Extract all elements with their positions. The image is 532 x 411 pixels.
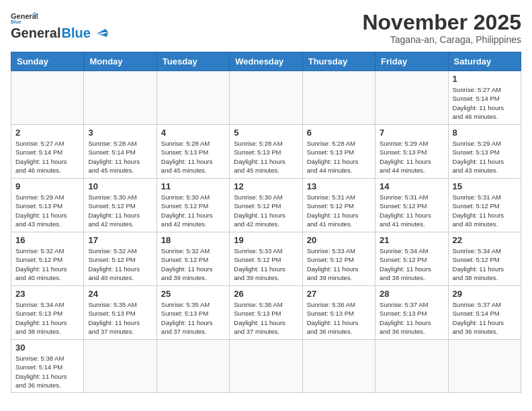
calendar-day-cell: 20Sunrise: 5:33 AM Sunset: 5:12 PM Dayli… [302, 232, 375, 286]
day-number: 13 [307, 181, 371, 191]
day-info: Sunrise: 5:29 AM Sunset: 5:13 PM Dayligh… [15, 193, 79, 228]
calendar-day-cell: 10Sunrise: 5:30 AM Sunset: 5:12 PM Dayli… [84, 179, 157, 232]
day-info: Sunrise: 5:37 AM Sunset: 5:13 PM Dayligh… [380, 300, 443, 336]
calendar-week-row: 23Sunrise: 5:34 AM Sunset: 5:13 PM Dayli… [11, 286, 521, 340]
day-info: Sunrise: 5:33 AM Sunset: 5:12 PM Dayligh… [307, 246, 371, 282]
day-number: 30 [15, 342, 79, 353]
day-info: Sunrise: 5:28 AM Sunset: 5:13 PM Dayligh… [161, 139, 225, 175]
calendar-day-cell [84, 71, 157, 125]
day-number: 24 [88, 289, 152, 299]
day-info: Sunrise: 5:34 AM Sunset: 5:12 PM Dayligh… [380, 246, 443, 282]
day-info: Sunrise: 5:27 AM Sunset: 5:14 PM Dayligh… [15, 139, 79, 175]
day-number: 16 [15, 235, 79, 245]
day-info: Sunrise: 5:32 AM Sunset: 5:12 PM Dayligh… [161, 246, 225, 282]
calendar-day-cell [375, 340, 448, 393]
day-number: 4 [161, 128, 225, 138]
day-of-week-header: Thursday [302, 52, 375, 71]
day-number: 8 [453, 128, 517, 138]
day-info: Sunrise: 5:35 AM Sunset: 5:13 PM Dayligh… [88, 300, 152, 336]
calendar-week-row: 9Sunrise: 5:29 AM Sunset: 5:13 PM Daylig… [11, 179, 521, 232]
location: Tagana-an, Caraga, Philippines [362, 34, 521, 45]
day-number: 7 [380, 128, 443, 138]
calendar-week-row: 30Sunrise: 5:38 AM Sunset: 5:14 PM Dayli… [11, 340, 521, 393]
day-info: Sunrise: 5:31 AM Sunset: 5:12 PM Dayligh… [453, 193, 517, 228]
day-number: 6 [307, 128, 371, 138]
day-number: 21 [380, 235, 443, 245]
logo-icon: General Blue [11, 11, 38, 24]
day-info: Sunrise: 5:27 AM Sunset: 5:14 PM Dayligh… [453, 85, 517, 121]
day-number: 20 [307, 235, 371, 245]
day-info: Sunrise: 5:37 AM Sunset: 5:14 PM Dayligh… [453, 300, 517, 336]
svg-text:Blue: Blue [11, 19, 21, 24]
day-number: 19 [234, 235, 298, 245]
day-info: Sunrise: 5:38 AM Sunset: 5:14 PM Dayligh… [15, 354, 79, 390]
day-number: 14 [380, 181, 443, 191]
day-number: 26 [234, 289, 298, 299]
calendar-week-row: 2Sunrise: 5:27 AM Sunset: 5:14 PM Daylig… [11, 125, 521, 179]
day-number: 2 [15, 128, 79, 138]
calendar-day-cell: 26Sunrise: 5:36 AM Sunset: 5:13 PM Dayli… [230, 286, 302, 340]
day-number: 9 [15, 181, 79, 191]
calendar-day-cell: 12Sunrise: 5:30 AM Sunset: 5:12 PM Dayli… [230, 179, 302, 232]
page-header: General Blue General Blue November 2025 … [11, 11, 521, 45]
calendar-day-cell [230, 340, 302, 393]
month-title: November 2025 [362, 11, 521, 34]
calendar-day-cell [375, 71, 448, 125]
logo-general: General [11, 26, 60, 41]
calendar-day-cell: 21Sunrise: 5:34 AM Sunset: 5:12 PM Dayli… [375, 232, 448, 286]
calendar-day-cell: 2Sunrise: 5:27 AM Sunset: 5:14 PM Daylig… [11, 125, 84, 179]
day-number: 15 [453, 181, 517, 191]
logo-bird-icon [93, 27, 120, 40]
calendar-day-cell: 27Sunrise: 5:36 AM Sunset: 5:13 PM Dayli… [302, 286, 375, 340]
calendar-day-cell: 30Sunrise: 5:38 AM Sunset: 5:14 PM Dayli… [11, 340, 84, 393]
day-number: 10 [88, 181, 152, 191]
calendar-day-cell: 23Sunrise: 5:34 AM Sunset: 5:13 PM Dayli… [11, 286, 84, 340]
day-number: 17 [88, 235, 152, 245]
day-of-week-header: Wednesday [230, 52, 302, 71]
day-number: 3 [88, 128, 152, 138]
calendar-day-cell [84, 340, 157, 393]
calendar-day-cell: 18Sunrise: 5:32 AM Sunset: 5:12 PM Dayli… [157, 232, 229, 286]
calendar-day-cell: 4Sunrise: 5:28 AM Sunset: 5:13 PM Daylig… [157, 125, 229, 179]
day-number: 12 [234, 181, 298, 191]
day-info: Sunrise: 5:28 AM Sunset: 5:13 PM Dayligh… [234, 139, 298, 175]
calendar-day-cell: 11Sunrise: 5:30 AM Sunset: 5:12 PM Dayli… [157, 179, 229, 232]
calendar-day-cell: 24Sunrise: 5:35 AM Sunset: 5:13 PM Dayli… [84, 286, 157, 340]
svg-marker-4 [97, 29, 108, 34]
calendar-day-cell: 8Sunrise: 5:29 AM Sunset: 5:13 PM Daylig… [448, 125, 521, 179]
calendar-day-cell: 29Sunrise: 5:37 AM Sunset: 5:14 PM Dayli… [448, 286, 521, 340]
calendar-day-cell [11, 71, 84, 125]
calendar-day-cell: 3Sunrise: 5:28 AM Sunset: 5:14 PM Daylig… [84, 125, 157, 179]
day-number: 1 [453, 74, 517, 84]
calendar-day-cell [448, 340, 521, 393]
day-of-week-header: Saturday [448, 52, 521, 71]
calendar-day-cell [302, 340, 375, 393]
calendar-day-cell: 19Sunrise: 5:33 AM Sunset: 5:12 PM Dayli… [230, 232, 302, 286]
day-number: 11 [161, 181, 225, 191]
day-info: Sunrise: 5:31 AM Sunset: 5:12 PM Dayligh… [307, 193, 371, 228]
calendar-day-cell: 1Sunrise: 5:27 AM Sunset: 5:14 PM Daylig… [448, 71, 521, 125]
day-of-week-header: Tuesday [157, 52, 229, 71]
day-info: Sunrise: 5:29 AM Sunset: 5:13 PM Dayligh… [453, 139, 517, 175]
day-info: Sunrise: 5:34 AM Sunset: 5:13 PM Dayligh… [15, 300, 79, 336]
day-info: Sunrise: 5:31 AM Sunset: 5:12 PM Dayligh… [380, 193, 443, 228]
day-info: Sunrise: 5:34 AM Sunset: 5:12 PM Dayligh… [453, 246, 517, 282]
calendar-day-cell: 14Sunrise: 5:31 AM Sunset: 5:12 PM Dayli… [375, 179, 448, 232]
calendar-week-row: 16Sunrise: 5:32 AM Sunset: 5:12 PM Dayli… [11, 232, 521, 286]
calendar-table: SundayMondayTuesdayWednesdayThursdayFrid… [11, 52, 521, 393]
day-of-week-header: Sunday [11, 52, 84, 71]
title-block: November 2025 Tagana-an, Caraga, Philipp… [362, 11, 521, 45]
calendar-day-cell: 25Sunrise: 5:35 AM Sunset: 5:13 PM Dayli… [157, 286, 229, 340]
day-info: Sunrise: 5:28 AM Sunset: 5:14 PM Dayligh… [88, 139, 152, 175]
day-info: Sunrise: 5:32 AM Sunset: 5:12 PM Dayligh… [88, 246, 152, 282]
calendar-day-cell [157, 340, 229, 393]
day-info: Sunrise: 5:32 AM Sunset: 5:12 PM Dayligh… [15, 246, 79, 282]
calendar-day-cell: 13Sunrise: 5:31 AM Sunset: 5:12 PM Dayli… [302, 179, 375, 232]
calendar-day-cell: 22Sunrise: 5:34 AM Sunset: 5:12 PM Dayli… [448, 232, 521, 286]
logo: General Blue General Blue [11, 11, 120, 41]
calendar-day-cell: 17Sunrise: 5:32 AM Sunset: 5:12 PM Dayli… [84, 232, 157, 286]
day-info: Sunrise: 5:30 AM Sunset: 5:12 PM Dayligh… [161, 193, 225, 228]
day-of-week-header: Friday [375, 52, 448, 71]
day-number: 29 [453, 289, 517, 299]
day-info: Sunrise: 5:36 AM Sunset: 5:13 PM Dayligh… [234, 300, 298, 336]
